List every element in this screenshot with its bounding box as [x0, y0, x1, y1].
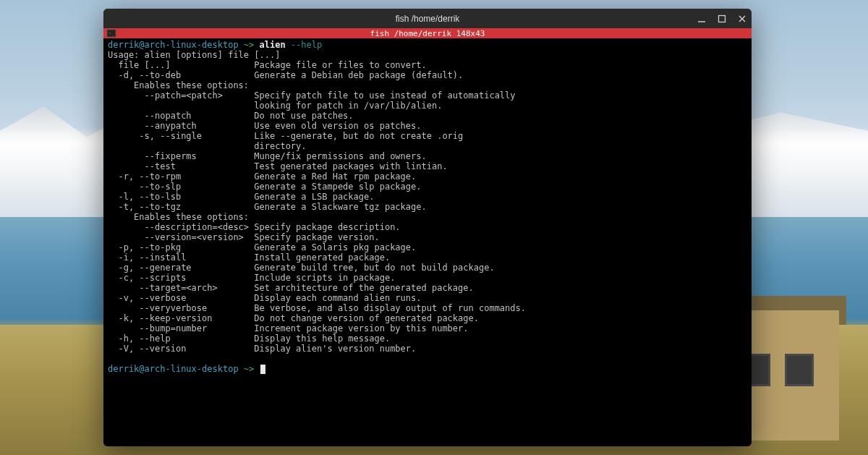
help-line: Enables these options: [108, 212, 249, 222]
help-desc: Install generated package. [254, 252, 390, 263]
help-option: --version=<version> [108, 232, 254, 242]
window-title: fish /home/derrik [396, 14, 460, 24]
prompt-userhost: derrik@arch-linux-desktop [108, 364, 239, 374]
window-controls [697, 9, 747, 28]
prompt-arrow: ~> [239, 364, 260, 374]
help-option: --bump=number [108, 323, 254, 333]
prompt-argument: --help [286, 40, 323, 50]
help-desc: Include scripts in package. [254, 273, 395, 283]
prompt-userhost: derrik@arch-linux-desktop [108, 40, 239, 50]
help-option: --anypatch [108, 121, 254, 131]
svg-text:>_: >_ [109, 30, 114, 36]
help-desc: Use even old version os patches. [254, 121, 421, 131]
help-option: --to-slp [108, 182, 254, 192]
help-option: --target=<arch> [108, 283, 254, 293]
maximize-icon [718, 14, 726, 23]
help-option: -d, --to-deb [108, 70, 254, 80]
close-icon [738, 14, 746, 23]
help-option [108, 101, 254, 111]
help-option: -k, --keep-version [108, 313, 254, 323]
help-desc: Generate a Stampede slp package. [254, 182, 421, 192]
help-option: -p, --to-pkg [108, 242, 254, 252]
help-desc: Generate a Slackware tgz package. [254, 202, 426, 212]
help-desc: Set architecture of the generated packag… [254, 283, 473, 293]
help-desc: Generate a LSB package. [254, 192, 374, 202]
help-option: -i, --install [108, 252, 254, 263]
help-desc: Display alien's version number. [254, 344, 416, 354]
help-desc: Generate a Debian deb package (default). [254, 70, 463, 80]
help-option: -c, --scripts [108, 273, 254, 283]
wallpaper-hut-window [785, 354, 814, 386]
help-desc: looking for patch in /var/lib/alien. [254, 101, 442, 111]
prompt-arrow: ~> [239, 40, 260, 50]
help-desc: Do not use patches. [254, 111, 353, 121]
help-desc: Package file or files to convert. [254, 60, 426, 70]
help-option: --test [108, 161, 254, 171]
tab-bar[interactable]: >_ fish /home/derrik 148x43 [103, 28, 752, 38]
help-option: -g, --generate [108, 263, 254, 273]
help-option: file [...] [108, 60, 254, 70]
help-option: -s, --single [108, 131, 254, 141]
close-button[interactable] [737, 14, 747, 24]
help-option [108, 141, 254, 151]
help-option: --description=<desc> [108, 222, 254, 232]
tab-title: fish /home/derrik 148x43 [370, 29, 485, 38]
terminal-icon: >_ [106, 28, 116, 38]
usage-line: Usage: alien [options] file [...] [108, 50, 280, 60]
help-desc: Increment package version by this number… [254, 323, 468, 333]
help-option: --nopatch [108, 111, 254, 121]
terminal-window: fish /home/derrik >_ fish /home/derrik 1… [103, 9, 752, 446]
minimize-button[interactable] [697, 14, 707, 24]
help-desc: Munge/fix permissions and owners. [254, 151, 426, 161]
help-desc: Specify patch file to use instead of aut… [254, 90, 515, 101]
help-desc: Generate a Red Hat rpm package. [254, 171, 416, 182]
help-option: -r, --to-rpm [108, 171, 254, 182]
window-titlebar[interactable]: fish /home/derrik [103, 9, 752, 28]
help-desc: Be verbose, and also display output of r… [254, 303, 526, 313]
terminal-body[interactable]: derrik@arch-linux-desktop ~> alien --hel… [103, 38, 752, 446]
help-desc: Specify package version. [254, 232, 379, 242]
prompt-command: alien [260, 40, 286, 50]
minimize-icon [697, 14, 706, 23]
help-line: Enables these options: [108, 80, 249, 90]
help-option: -h, --help [108, 333, 254, 344]
help-option: -t, --to-tgz [108, 202, 254, 212]
help-desc: directory. [254, 141, 306, 151]
help-desc: Test generated packages with lintian. [254, 161, 447, 171]
help-desc: Like --generate, but do not create .orig [254, 131, 463, 141]
help-desc: Display this help message. [254, 333, 390, 344]
svg-rect-1 [719, 15, 726, 22]
help-option: -V, --version [108, 344, 254, 354]
help-desc: Generate build tree, but do not build pa… [254, 263, 494, 273]
help-option: --patch=<patch> [108, 90, 254, 101]
help-desc: Specify package description. [254, 222, 400, 232]
help-option: --veryverbose [108, 303, 254, 313]
help-option: -v, --verbose [108, 293, 254, 303]
help-option: -l, --to-lsb [108, 192, 254, 202]
maximize-button[interactable] [717, 14, 727, 24]
help-desc: Generate a Solaris pkg package. [254, 242, 416, 252]
desktop-background: fish /home/derrik >_ fish /home/derrik 1… [0, 0, 868, 455]
help-option: --fixperms [108, 151, 254, 161]
help-desc: Do not change version of generated packa… [254, 313, 479, 323]
cursor [260, 365, 265, 374]
help-desc: Display each command alien runs. [254, 293, 421, 303]
